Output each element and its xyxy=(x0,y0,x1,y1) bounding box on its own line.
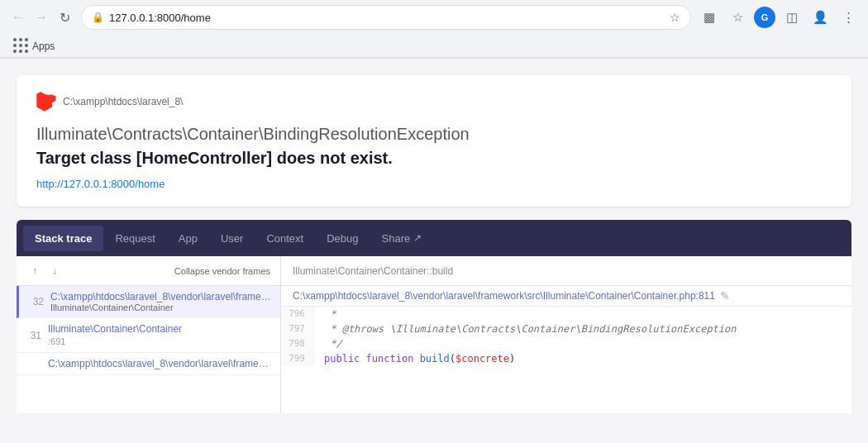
line-number: 798 xyxy=(281,336,314,351)
apps-dot xyxy=(25,50,28,53)
code-lines: 796 * 797 * @throws \Illuminate\Contract… xyxy=(281,307,851,366)
address-bar[interactable]: 🔒 ☆ xyxy=(81,5,691,30)
lock-icon: 🔒 xyxy=(92,12,104,23)
apps-dot xyxy=(19,44,22,47)
extensions-button[interactable]: ◫ xyxy=(780,6,804,29)
frame-info: Illuminate\Container\Container :691 xyxy=(48,323,272,347)
tab-share[interactable]: Share ↗ xyxy=(370,226,434,251)
code-header: Illuminate\Container\Container::build xyxy=(281,256,851,286)
tab-stack-trace[interactable]: Stack trace xyxy=(23,226,103,251)
frame-number: 31 xyxy=(25,330,41,341)
frames-toolbar: ↑ ↓ Collapse vendor frames xyxy=(17,256,280,286)
apps-button[interactable]: Apps xyxy=(8,36,60,55)
collapse-vendor-frames-button[interactable]: Collapse vendor frames xyxy=(174,266,270,276)
frame-file: C:\xampp\htdocs\laravel_8\vendor\laravel… xyxy=(48,358,272,369)
apps-dot xyxy=(19,38,22,41)
code-file-path: C:\xampp\htdocs\laravel_8\vendor\laravel… xyxy=(293,290,715,302)
reload-button[interactable]: ↻ xyxy=(55,7,74,27)
frame-class: Illuminate\Container\Container xyxy=(50,302,272,312)
error-card: C:\xampp\htdocs\laravel_8\ Illuminate\Co… xyxy=(17,75,851,207)
bookmark-button[interactable]: ☆ xyxy=(726,6,749,29)
stack-content: ↑ ↓ Collapse vendor frames 32 C:\xampp\h… xyxy=(17,256,851,413)
laravel-logo-icon xyxy=(36,92,56,112)
frame-file: Illuminate\Container\Container xyxy=(48,323,272,335)
frame-item[interactable]: C:\xampp\htdocs\laravel_8\vendor\laravel… xyxy=(17,353,280,375)
apps-dot xyxy=(13,44,17,47)
frame-item[interactable]: 32 C:\xampp\htdocs\laravel_8\vendor\lara… xyxy=(17,286,280,318)
page-content: C:\xampp\htdocs\laravel_8\ Illuminate\Co… xyxy=(0,59,868,443)
error-message: Target class [HomeController] does not e… xyxy=(36,149,832,168)
code-class-label: Illuminate\Container\Container::build xyxy=(293,265,453,277)
code-line: 799 public function build($concrete) xyxy=(281,351,851,366)
edit-icon[interactable]: ✎ xyxy=(720,289,730,302)
frame-number: 32 xyxy=(27,296,44,307)
code-line: 796 * xyxy=(281,307,851,322)
frame-info: C:\xampp\htdocs\laravel_8\vendor\laravel… xyxy=(48,358,272,369)
code-panel: Illuminate\Container\Container::build C:… xyxy=(281,256,851,413)
apps-grid-icon xyxy=(13,38,29,54)
tab-app[interactable]: App xyxy=(167,226,209,251)
apps-dot xyxy=(13,50,17,53)
sort-down-button[interactable]: ↓ xyxy=(46,263,63,279)
line-content: public function build($concrete) xyxy=(314,351,525,366)
forward-button[interactable]: → xyxy=(31,7,51,27)
line-number: 796 xyxy=(281,307,314,322)
url-input[interactable] xyxy=(109,12,665,24)
line-content: * @throws \Illuminate\Contracts\Containe… xyxy=(314,322,746,336)
line-number: 797 xyxy=(281,322,314,336)
line-content: * xyxy=(314,307,346,322)
apps-dot xyxy=(25,44,28,47)
line-number: 799 xyxy=(281,351,314,366)
error-path-row: C:\xampp\htdocs\laravel_8\ xyxy=(36,92,832,112)
menu-button[interactable]: ⋮ xyxy=(837,6,860,29)
sort-up-button[interactable]: ↑ xyxy=(26,263,43,279)
star-icon: ☆ xyxy=(670,11,680,24)
toolbar-icons: ▩ ☆ G ◫ 👤 ⋮ xyxy=(698,6,860,29)
frame-line: :691 xyxy=(48,336,65,346)
nav-buttons: ← → ↻ xyxy=(8,7,74,27)
error-url-link[interactable]: http://127.0.0.1:8000/home xyxy=(36,178,165,190)
apps-label: Apps xyxy=(32,40,55,52)
bookmarks-bar: Apps xyxy=(0,35,868,58)
frame-file: C:\xampp\htdocs\laravel_8\vendor\laravel… xyxy=(50,291,272,302)
sort-buttons: ↑ ↓ xyxy=(26,263,63,279)
apps-dot xyxy=(19,50,22,53)
back-button[interactable]: ← xyxy=(8,7,28,27)
frame-info: C:\xampp\htdocs\laravel_8\vendor\laravel… xyxy=(50,291,272,312)
profile-icon[interactable]: G xyxy=(754,7,775,28)
line-content: */ xyxy=(314,336,352,351)
tab-request[interactable]: Request xyxy=(103,226,166,251)
code-line: 798 */ xyxy=(281,336,851,351)
cast-button[interactable]: ▩ xyxy=(698,6,721,29)
error-project-path: C:\xampp\htdocs\laravel_8\ xyxy=(63,96,183,107)
tab-debug[interactable]: Debug xyxy=(315,226,370,251)
account-button[interactable]: 👤 xyxy=(808,6,832,29)
browser-chrome: ← → ↻ 🔒 ☆ ▩ ☆ G ◫ 👤 ⋮ xyxy=(0,0,868,59)
tab-user[interactable]: User xyxy=(209,226,255,251)
debug-panel: Stack trace Request App User Context Deb… xyxy=(17,220,851,256)
debug-tabs: Stack trace Request App User Context Deb… xyxy=(17,220,851,256)
frame-item[interactable]: 31 Illuminate\Container\Container :691 xyxy=(17,318,280,353)
apps-dot xyxy=(25,38,28,41)
share-icon: ↗ xyxy=(413,232,422,244)
code-line: 797 * @throws \Illuminate\Contracts\Cont… xyxy=(281,322,851,336)
browser-toolbar: ← → ↻ 🔒 ☆ ▩ ☆ G ◫ 👤 ⋮ xyxy=(0,0,868,35)
apps-dot xyxy=(13,38,17,41)
frames-panel: ↑ ↓ Collapse vendor frames 32 C:\xampp\h… xyxy=(17,256,281,413)
error-exception-type: Illuminate\Contracts\Container\BindingRe… xyxy=(36,125,832,144)
tab-context[interactable]: Context xyxy=(255,226,315,251)
